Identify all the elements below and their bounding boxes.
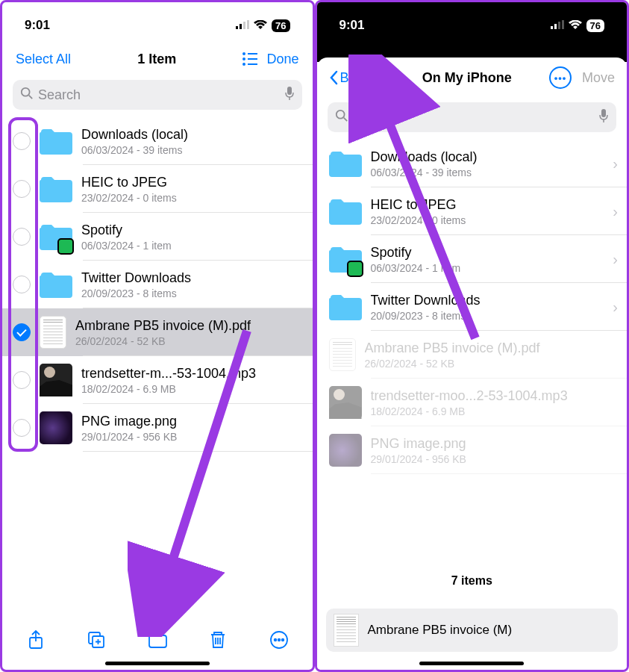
phone-left: 9:01 76 Select All 1 Item Done Search <box>0 0 315 672</box>
selection-radio[interactable] <box>13 180 31 198</box>
file-list: Downloads (local) 06/03/2024 - 39 items … <box>317 140 628 474</box>
microphone-icon[interactable] <box>598 108 609 126</box>
list-item[interactable]: HEIC to JPEG 23/02/2024 - 0 items <box>2 165 313 213</box>
folder-icon <box>40 220 72 253</box>
list-item[interactable]: trendsetter-m...-53-1004.mp3 18/02/2024 … <box>2 356 313 404</box>
nav-right: Done <box>242 52 298 67</box>
file-meta: 18/02/2024 - 6.9 MB <box>81 383 304 395</box>
list-item[interactable]: Spotify 06/03/2024 - 1 item <box>2 213 313 261</box>
file-name: trendsetter-m...-53-1004.mp3 <box>81 366 304 382</box>
file-meta: 06/03/2024 - 1 item <box>371 262 604 274</box>
list-item[interactable]: Twitter Downloads 20/09/2023 - 8 items <box>2 261 313 308</box>
home-indicator[interactable] <box>419 662 524 665</box>
file-name: Ambrane PB5 invoice (M).pdf <box>365 340 619 356</box>
select-all-button[interactable]: Select All <box>16 52 71 67</box>
svg-rect-3 <box>247 20 249 29</box>
phone-right: 9:01 76 Browse On My iPhone ••• Move Sea… <box>315 0 630 672</box>
item-count: 7 items <box>317 562 628 600</box>
delete-button[interactable] <box>199 629 237 650</box>
file-name: HEIC to JPEG <box>371 197 604 213</box>
status-icons: 76 <box>236 19 290 32</box>
folder-icon <box>329 147 362 180</box>
status-bar: 9:01 76 <box>317 2 628 43</box>
folder-icon <box>329 290 362 323</box>
svg-rect-0 <box>236 26 238 29</box>
more-button[interactable] <box>260 629 298 650</box>
status-bar: 9:01 76 <box>2 2 313 43</box>
file-name: Twitter Downloads <box>371 293 604 308</box>
file-meta: 29/01/2024 - 956 KB <box>371 453 619 465</box>
search-icon <box>20 87 34 103</box>
move-button[interactable]: Move <box>582 70 615 86</box>
svg-rect-2 <box>243 22 245 29</box>
search-placeholder: Search <box>353 110 595 125</box>
list-view-icon[interactable] <box>242 52 257 66</box>
folder-icon <box>40 172 72 205</box>
svg-rect-16 <box>551 26 553 29</box>
status-time: 9:01 <box>339 18 365 33</box>
selection-radio[interactable] <box>13 371 31 389</box>
back-button[interactable]: Browse <box>329 70 385 86</box>
file-name: PNG image.png <box>371 436 619 452</box>
selection-radio[interactable] <box>13 132 31 150</box>
chevron-left-icon <box>329 70 338 85</box>
list-item[interactable]: HEIC to JPEG 23/02/2024 - 0 items › <box>317 187 628 235</box>
status-wrap: 9:01 76 <box>317 2 628 62</box>
spotify-icon <box>347 261 363 277</box>
selection-radio[interactable] <box>13 419 31 437</box>
svg-rect-19 <box>562 20 564 29</box>
image-thumbnail-icon <box>329 434 362 467</box>
svg-line-21 <box>343 118 347 122</box>
file-meta: 06/03/2024 - 1 item <box>81 240 304 252</box>
document-icon <box>40 316 66 349</box>
svg-point-4 <box>22 88 30 96</box>
wifi-icon <box>254 19 267 32</box>
document-icon <box>329 338 356 371</box>
file-name: Downloads (local) <box>81 127 304 143</box>
move-folder-button[interactable] <box>139 629 176 650</box>
selection-radio[interactable] <box>13 276 31 293</box>
svg-rect-1 <box>240 24 242 29</box>
list-item: PNG image.png 29/01/2024 - 956 KB <box>317 426 628 474</box>
spotify-icon <box>57 238 74 255</box>
duplicate-button[interactable] <box>78 629 115 650</box>
selection-radio[interactable] <box>13 323 31 341</box>
file-meta: 18/02/2024 - 6.9 MB <box>371 405 619 417</box>
microphone-icon[interactable] <box>284 86 295 104</box>
share-button[interactable] <box>17 629 54 650</box>
move-footer-label: Ambrane PB5 invoice (M) <box>368 623 513 638</box>
chevron-right-icon: › <box>613 203 618 220</box>
nav-title: 1 Item <box>137 52 176 67</box>
folder-icon <box>40 268 72 301</box>
svg-line-5 <box>29 96 33 99</box>
move-sheet: Browse On My iPhone ••• Move Search Down… <box>317 57 628 670</box>
list-item[interactable]: Twitter Downloads 20/09/2023 - 8 items › <box>317 283 628 331</box>
list-item: Ambrane PB5 invoice (M).pdf 26/02/2024 -… <box>317 331 628 379</box>
list-item[interactable]: Ambrane PB5 invoice (M).pdf 26/02/2024 -… <box>2 308 313 356</box>
search-bar[interactable]: Search <box>328 102 617 132</box>
cellular-signal-icon <box>551 19 564 32</box>
cellular-signal-icon <box>236 19 249 32</box>
more-options-button[interactable]: ••• <box>549 66 572 89</box>
home-indicator[interactable] <box>105 662 210 665</box>
file-meta: 23/02/2024 - 0 items <box>371 214 604 226</box>
done-button[interactable]: Done <box>266 52 298 67</box>
chevron-right-icon: › <box>613 155 618 172</box>
list-item[interactable]: Spotify 06/03/2024 - 1 item › <box>317 235 628 283</box>
list-item[interactable]: Downloads (local) 06/03/2024 - 39 items <box>2 117 313 165</box>
nav-right: ••• Move <box>549 66 615 89</box>
svg-rect-6 <box>287 87 292 95</box>
list-item[interactable]: PNG image.png 29/01/2024 - 956 KB <box>2 404 313 452</box>
svg-point-20 <box>336 111 344 119</box>
list-item[interactable]: Downloads (local) 06/03/2024 - 39 items … <box>317 140 628 187</box>
file-name: trendsetter-moo...2-53-1004.mp3 <box>371 388 619 404</box>
svg-rect-17 <box>554 24 557 29</box>
status-icons: 76 <box>551 19 604 32</box>
selection-radio[interactable] <box>13 228 31 246</box>
file-meta: 20/09/2023 - 8 items <box>371 310 604 322</box>
file-meta: 23/02/2024 - 0 items <box>81 192 304 204</box>
battery-icon: 76 <box>586 19 604 32</box>
file-name: PNG image.png <box>81 414 304 429</box>
search-bar[interactable]: Search <box>13 80 302 110</box>
search-placeholder: Search <box>38 87 280 103</box>
